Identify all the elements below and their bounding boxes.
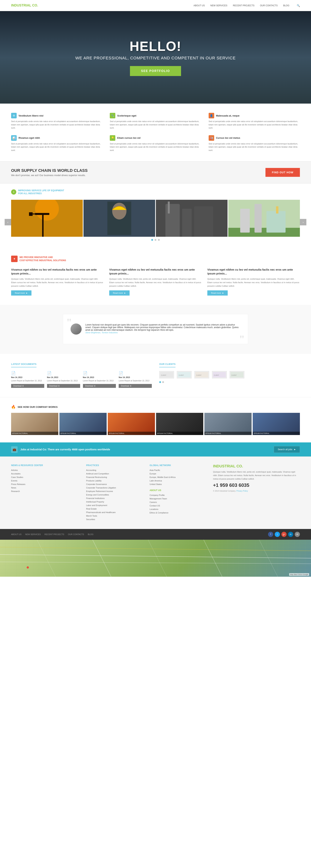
footer-link-news[interactable]: News [11,487,16,489]
carousel-image-3 [228,200,300,237]
footer-link-securities[interactable]: Securities [86,518,95,521]
carousel-dot-0[interactable] [151,239,153,241]
nav-new-services[interactable]: NEW SERVICES [210,4,227,7]
download-button-1[interactable]: Download ⬇ [47,384,80,388]
nav-our-contacts[interactable]: OUR CONTACTS [260,4,278,7]
list-item: Corporate Governance [86,483,144,486]
footer-link-contact[interactable]: Contact US [149,504,160,507]
bottom-nav-contacts[interactable]: OUR CONTACTS [68,533,84,535]
list-item: Employee Retirement Income [86,490,144,493]
email-icon[interactable]: ✉ [295,532,300,537]
feature-header-0: ⚙ Vestibulum libero nisl [11,113,102,118]
svg-line-32 [37,540,56,577]
gallery-item-1[interactable]: EPSUM FACTORIAL [59,413,107,435]
footer-link-financial[interactable]: Financial Restructuring [86,476,107,478]
footer-link-research[interactable]: Research [11,490,20,492]
feature-item-2: 👤 Malesuada at, neque Sed ut perspiciati… [209,113,300,130]
feature-icon-0: ⚙ [11,113,17,118]
gallery-item-3[interactable]: EPSUM FACTORIAL [156,413,203,435]
download-button-3[interactable]: Download ⬇ [119,384,152,388]
carousel-dot-1[interactable] [154,239,157,241]
readmore-button-2[interactable]: Read more ► [207,290,228,296]
client-logo-4: CLIENT [230,371,244,378]
googleplus-icon[interactable]: g+ [281,532,287,537]
carousel-dot-2[interactable] [158,239,160,241]
solution-title-1: Vivamus eget nibhm cu leo vel metusulia … [109,268,202,275]
bottom-nav-blog[interactable]: BLOG [88,533,93,535]
findout-button[interactable]: FIND OUT HOW [265,168,300,177]
privacy-policy-link[interactable]: Privacy Policy [236,490,248,492]
footer-link-accolades[interactable]: Accolades [11,472,21,475]
footer-link-ip[interactable]: Intellectual Property [86,501,104,503]
footer-link-corporate-trans[interactable]: Corporate Transactions Litigation [86,487,116,489]
gallery-item-2[interactable]: EPSUM FACTORIAL [108,413,155,435]
carousel-next-button[interactable]: › [300,219,306,225]
client-logo-3: CLIENT [212,371,227,378]
gallery-item-5[interactable]: EPSUM FACTORIAL [253,413,300,435]
doc-date-1: Nov 14, 2013 [47,376,80,378]
footer-link-careers[interactable]: Careers [149,501,157,503]
footer-link-labor[interactable]: Labor and Employment [86,504,107,506]
list-item: Research [11,490,81,493]
clients-dot-1[interactable] [162,381,164,383]
bottom-nav-services[interactable]: NEW SERVICES [25,533,41,535]
feature-title-5: Cursus leo vel metus [216,136,240,139]
bottom-nav-projects[interactable]: RECENT PROJECTS [45,533,64,535]
list-item: Accounting [86,469,144,471]
gallery-item-4[interactable]: EPSUM FACTORIAL [204,413,252,435]
search-jobs-button[interactable]: Search all jobs ► [274,446,300,453]
footer-link-antitrust[interactable]: Antitrust and Competition [86,472,109,475]
footer-link-realestate[interactable]: Real Estate [86,508,96,510]
gallery-item-0[interactable]: EPSUM FACTORIAL [11,413,58,435]
readmore-button-1[interactable]: Read more ► [109,290,130,296]
footer-link-asia[interactable]: Asia Pacific [149,469,160,471]
footer-link-events[interactable]: Events [11,479,18,482]
footer-link-energy[interactable]: Energy and Commodities [86,494,109,496]
nav-about[interactable]: ABOUT US [194,4,205,7]
footer-link-press[interactable]: Press Releases [11,483,25,485]
facebook-icon[interactable]: f [268,532,273,537]
clients-dot-0[interactable] [159,381,161,383]
twitter-icon[interactable]: t [275,532,280,537]
footer-link-financial-inst[interactable]: Financial Institutions [86,497,105,499]
svg-rect-17 [255,204,262,233]
footer-link-accounting[interactable]: Accounting [86,469,96,471]
quote-open-icon: " [67,316,72,329]
nav-blog[interactable]: BLOG [283,4,289,7]
footer-practices-title: PRACTICES [86,464,144,467]
footer-link-casestudies[interactable]: Case Studies [11,476,23,478]
footer-link-us[interactable]: United States [149,483,162,485]
footer-link-locations[interactable]: Locations [149,508,158,510]
footer-link-products[interactable]: Products Liability [86,479,102,482]
footer-link-ethics[interactable]: Ethics & Compliance [149,512,168,514]
download-button-0[interactable]: Download ⬇ [11,384,44,388]
readmore-button-0[interactable]: Read more ► [11,290,31,296]
download-button-2[interactable]: Download ⬇ [83,384,116,388]
footer-link-articles[interactable]: Articles [11,469,18,471]
footer-link-profile[interactable]: Company Profile [149,494,165,496]
site-footer: NEWS & RESOURCE CENTER Articles Accolade… [0,457,311,529]
map-copyright: Map data ©2014 Google [289,573,309,576]
footer-link-merch[interactable]: Merch Tools [86,515,97,517]
footer-link-latam[interactable]: Latin America [149,479,162,482]
bottom-nav-about[interactable]: ABOUT US [11,533,22,535]
testimonial-author: Steve Brightman, Tornton Industries [85,332,118,334]
map-roads [0,540,311,577]
clients-section: OUR CLIENTS CLIENT CLIENT CLIENT CLIENT … [159,363,300,388]
footer-link-europe[interactable]: Europe [149,472,156,475]
footer-link-mgmt[interactable]: Management Team [149,498,167,500]
linkedin-icon[interactable]: in [288,532,293,537]
list-item: Products Liability [86,479,144,482]
search-icon[interactable]: 🔍 [297,4,300,7]
nav-recent-projects[interactable]: RECENT PROJECTS [233,4,254,7]
footer-link-employee[interactable]: Employee Retirement Income [86,490,113,492]
footer-news-title: NEWS & RESOURCE CENTER [11,464,81,467]
site-logo: INDUSTRIAL CO. [11,3,38,7]
portfolio-button[interactable]: SEE PORTFOLIO [130,66,181,76]
footer-link-emea[interactable]: Europe, Middle East & Africa [149,476,175,478]
carousel-prev-button[interactable]: ‹ [5,219,11,225]
doc-item-2: 📄 Nov 14, 2013 Lorem Report at September… [83,371,116,388]
site-header: INDUSTRIAL CO. ABOUT US NEW SERVICES REC… [0,0,311,11]
footer-link-corporate-gov[interactable]: Corporate Governance [86,483,107,485]
footer-link-pharma[interactable]: Pharmaceuticals and Healthcare [86,511,115,514]
